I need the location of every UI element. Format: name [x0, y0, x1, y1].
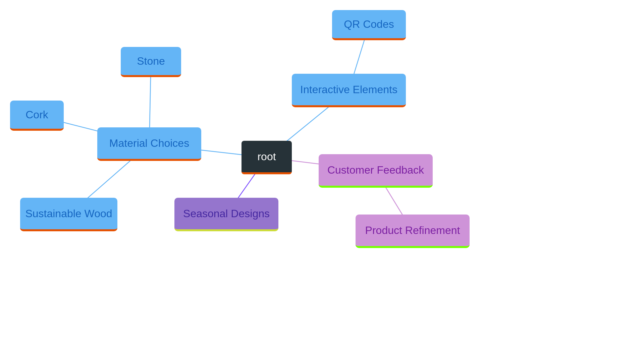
interactive-elements-node[interactable]: Interactive Elements [292, 74, 406, 107]
root-label: root [257, 150, 276, 163]
qr-codes-node[interactable]: QR Codes [332, 10, 406, 40]
cork-label: Cork [25, 109, 48, 121]
interactive-elements-label: Interactive Elements [300, 83, 397, 96]
stone-node[interactable]: Stone [121, 47, 181, 77]
seasonal-designs-node[interactable]: Seasonal Designs [174, 198, 278, 231]
product-refinement-label: Product Refinement [365, 224, 460, 237]
root-node[interactable]: root [241, 141, 292, 174]
sustainable-wood-label: Sustainable Wood [25, 207, 112, 220]
stone-label: Stone [137, 55, 165, 67]
qr-codes-label: QR Codes [344, 18, 394, 31]
sustainable-wood-node[interactable]: Sustainable Wood [20, 198, 117, 231]
product-refinement-node[interactable]: Product Refinement [356, 215, 470, 248]
seasonal-designs-label: Seasonal Designs [183, 207, 270, 220]
customer-feedback-label: Customer Feedback [327, 164, 424, 176]
material-choices-node[interactable]: Material Choices [97, 127, 201, 161]
material-choices-label: Material Choices [109, 137, 189, 149]
customer-feedback-node[interactable]: Customer Feedback [319, 154, 433, 188]
cork-node[interactable]: Cork [10, 101, 64, 131]
